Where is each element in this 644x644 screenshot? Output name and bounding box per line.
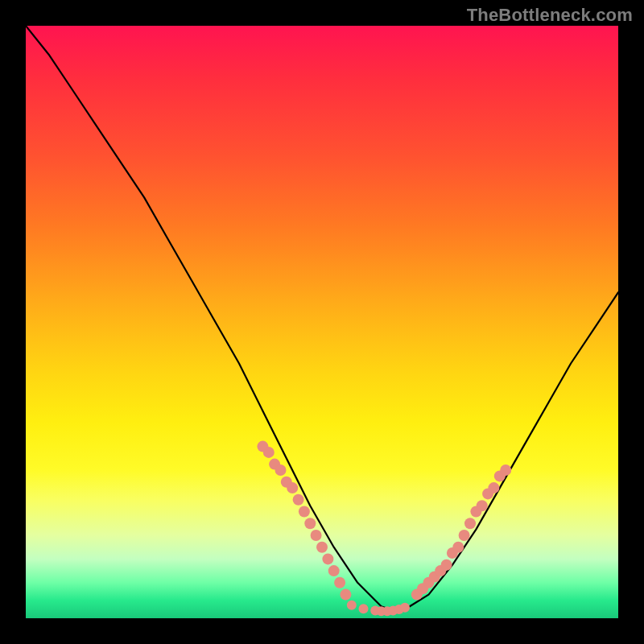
- svg-point-16: [359, 604, 369, 613]
- curve-line: [26, 26, 618, 610]
- svg-point-36: [488, 482, 499, 493]
- svg-point-28: [441, 559, 452, 571]
- svg-point-10: [316, 542, 328, 553]
- svg-point-1: [263, 447, 275, 458]
- svg-point-13: [334, 577, 345, 588]
- dots-left-group: [257, 441, 351, 601]
- svg-point-7: [299, 506, 310, 518]
- plot-area: [26, 26, 618, 618]
- svg-point-38: [500, 464, 511, 476]
- watermark-text: TheBottleneck.com: [467, 5, 633, 26]
- dots-right-group: [411, 464, 511, 601]
- svg-point-12: [328, 565, 340, 576]
- svg-point-8: [304, 518, 316, 529]
- chart-svg: [26, 26, 618, 618]
- svg-point-30: [452, 542, 464, 553]
- svg-point-3: [275, 464, 287, 476]
- svg-point-34: [477, 500, 488, 511]
- chart-frame: TheBottleneck.com: [0, 0, 644, 644]
- svg-point-9: [311, 530, 322, 541]
- svg-point-22: [400, 603, 410, 613]
- svg-point-6: [293, 494, 304, 506]
- svg-point-32: [464, 518, 476, 529]
- svg-point-31: [459, 530, 470, 541]
- svg-point-14: [340, 589, 351, 601]
- svg-point-11: [322, 553, 333, 564]
- svg-point-15: [347, 601, 357, 610]
- svg-point-5: [287, 482, 298, 493]
